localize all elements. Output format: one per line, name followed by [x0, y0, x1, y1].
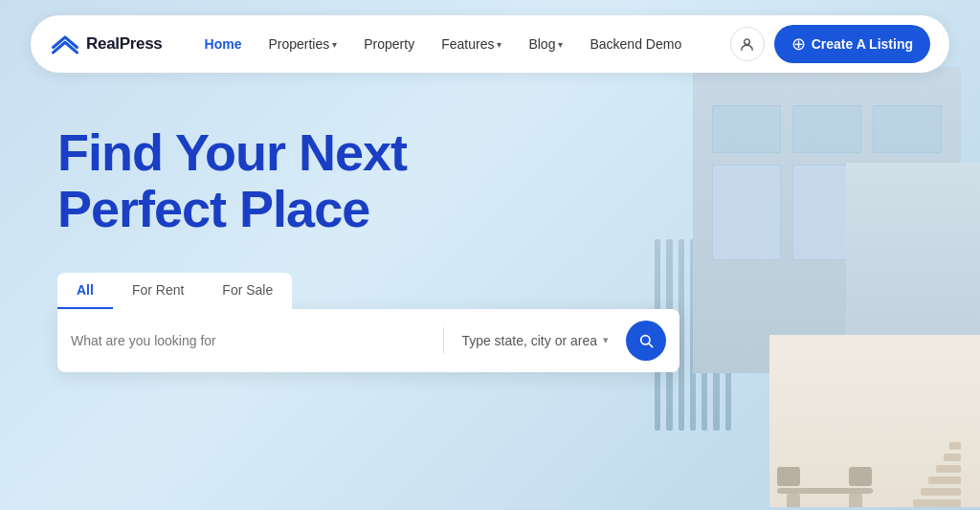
nav-blog[interactable]: Blog ▾	[517, 31, 574, 57]
create-listing-button[interactable]: ⊕ Create A Listing	[774, 25, 930, 63]
nav-properties[interactable]: Properties ▾	[256, 31, 348, 57]
tab-all[interactable]: All	[57, 273, 113, 309]
chevron-down-icon: ▾	[603, 334, 609, 346]
hero-section: Find Your Next Perfect Place All For Ren…	[0, 0, 980, 510]
tab-for-rent[interactable]: For Rent	[113, 273, 203, 309]
search-icon	[638, 333, 654, 348]
location-placeholder: Type state, city or area	[461, 333, 597, 348]
hero-illustration	[463, 48, 980, 507]
user-account-button[interactable]	[730, 27, 765, 61]
chevron-down-icon: ▾	[558, 39, 563, 50]
search-bar: Type state, city or area ▾	[57, 309, 679, 372]
logo-icon	[50, 29, 80, 59]
plus-icon: ⊕	[791, 33, 806, 55]
brand-name: RealPress	[86, 34, 163, 54]
svg-line-1	[649, 344, 653, 347]
chevron-down-icon: ▾	[497, 39, 501, 50]
navbar: RealPress Home Properties ▾ Property Fea…	[31, 15, 949, 73]
nav-home[interactable]: Home	[193, 31, 254, 57]
location-select[interactable]: Type state, city or area ▾	[454, 333, 616, 348]
hero-title: Find Your Next Perfect Place	[57, 124, 517, 238]
logo[interactable]: RealPress	[50, 29, 163, 59]
nav-features[interactable]: Features ▾	[430, 31, 513, 57]
search-input[interactable]	[71, 333, 434, 348]
nav-property[interactable]: Property	[352, 31, 426, 57]
user-icon	[739, 36, 755, 53]
chevron-down-icon: ▾	[332, 39, 337, 50]
hero-content: Find Your Next Perfect Place All For Ren…	[57, 124, 517, 372]
search-tabs-container: All For Rent For Sale	[57, 273, 292, 309]
nav-actions: ⊕ Create A Listing	[730, 25, 930, 63]
search-divider	[443, 327, 444, 354]
svg-point-2	[745, 38, 750, 44]
tab-for-sale[interactable]: For Sale	[203, 273, 292, 309]
nav-links: Home Properties ▾ Property Features ▾ Bl…	[193, 31, 730, 57]
search-button[interactable]	[626, 321, 666, 361]
nav-backend-demo[interactable]: Backend Demo	[578, 31, 693, 57]
